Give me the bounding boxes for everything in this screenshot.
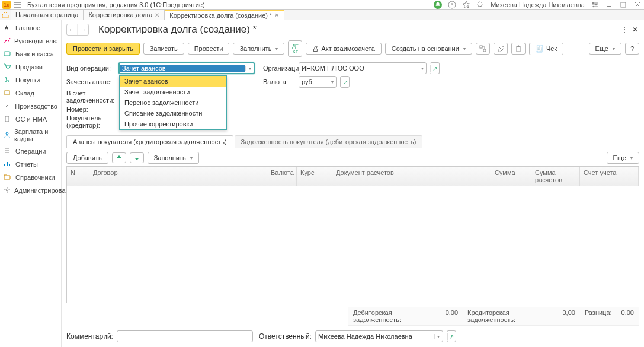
bell-icon[interactable] (434, 1, 442, 9)
structure-icon[interactable] (476, 43, 490, 55)
page-title: Корректировка долга (создание) * (98, 24, 257, 36)
subtab-debt[interactable]: Задолженность покупателя (дебиторская за… (235, 135, 423, 148)
tab-debt-correction-new[interactable]: Корректировка долга (создание) *✕ (165, 10, 284, 20)
col-n[interactable]: N (67, 167, 89, 186)
current-user[interactable]: Михеева Надежда Николаевна (491, 1, 585, 8)
diff-value: 0,00 (617, 309, 639, 323)
comment-input[interactable] (117, 330, 253, 342)
debt-label: В счет задолженности: (66, 90, 115, 104)
svg-rect-15 (483, 49, 486, 52)
sidebar-refs[interactable]: Справочники (0, 171, 61, 184)
table-body[interactable] (67, 186, 639, 303)
col-account[interactable]: Счет учета (580, 167, 639, 186)
list-icon (4, 147, 12, 155)
sidebar-sales[interactable]: Продажи (0, 61, 61, 74)
sidebar-prod[interactable]: Производство (0, 100, 61, 113)
svg-point-12 (6, 132, 8, 135)
sidebar-os[interactable]: ОС и НМА (0, 113, 61, 126)
chevron-down-icon[interactable]: ▾ (418, 66, 426, 71)
receipt-icon: 🧾 (536, 45, 544, 53)
nav-back-icon[interactable]: ← (67, 24, 78, 35)
col-currency[interactable]: Валюта (267, 167, 297, 186)
currency-label: Валюта: (263, 78, 295, 85)
sub-tabs: Авансы покупателя (кредиторская задолжен… (66, 135, 639, 148)
act-button[interactable]: 🖨Акт взаимозачета (306, 43, 381, 55)
resp-open-button[interactable]: ↗ (447, 330, 456, 342)
move-down-icon[interactable] (130, 152, 144, 163)
cred-label: Кредиторская задолженность: (463, 309, 558, 323)
sidebar-stock[interactable]: Склад (0, 87, 61, 100)
sidebar-ops[interactable]: Операции (0, 145, 61, 158)
open-icon: ↗ (341, 79, 349, 85)
op-option-writeoff[interactable]: Списание задолженности (120, 108, 226, 119)
print-icon: 🖨 (312, 45, 319, 52)
delete-icon[interactable] (511, 43, 526, 55)
settings-icon[interactable] (591, 1, 599, 9)
table-fill-button[interactable]: Заполнить (148, 152, 199, 164)
currency-select[interactable]: руб.▾ (299, 76, 337, 88)
home-icon[interactable] (0, 10, 11, 20)
help-icon[interactable]: ? (625, 43, 639, 55)
sidebar-leader[interactable]: Руководителю (0, 34, 61, 47)
chevron-down-icon[interactable]: ▾ (245, 66, 254, 71)
sidebar-reports[interactable]: Отчеты (0, 158, 61, 171)
close-icon[interactable] (633, 1, 642, 9)
sidebar-bank[interactable]: Банк и касса (0, 47, 61, 61)
kebab-icon[interactable]: ⋮ (620, 26, 629, 34)
bars-icon (4, 160, 12, 168)
people-icon (4, 131, 11, 139)
op-option-advance[interactable]: Зачет авансов (120, 76, 226, 87)
col-rate[interactable]: Курс (297, 167, 332, 186)
history-icon[interactable] (448, 1, 456, 9)
table-more-button[interactable]: Еще (607, 152, 639, 164)
op-option-debt[interactable]: Зачет задолженности (120, 87, 226, 97)
menu-icon[interactable] (13, 1, 21, 9)
sidebar-buy[interactable]: Покупки (0, 74, 61, 87)
tab-debt-correction[interactable]: Корректировка долга✕ (84, 10, 165, 20)
add-row-button[interactable]: Добавить (66, 152, 108, 164)
close-panel-icon[interactable]: ✕ (631, 26, 639, 34)
create-based-button[interactable]: Создать на основании (385, 43, 472, 55)
tab-close-icon[interactable]: ✕ (155, 12, 159, 18)
nav-forward-icon[interactable]: → (78, 24, 88, 35)
sidebar-admin[interactable]: Администрирование (0, 184, 61, 197)
currency-open-button[interactable]: ↗ (340, 76, 350, 88)
search-icon[interactable] (476, 1, 485, 9)
org-open-button[interactable]: ↗ (430, 62, 440, 74)
post-button[interactable]: Провести (188, 43, 230, 55)
sidebar-salary[interactable]: Зарплата и кадры (0, 126, 61, 145)
op-type-select[interactable]: Зачет авансов ▾ Зачет авансов Зачет задо… (118, 62, 255, 74)
col-sum[interactable]: Сумма (491, 167, 531, 186)
col-contract[interactable]: Договор (89, 167, 267, 186)
svg-rect-11 (5, 116, 9, 122)
post-and-close-button[interactable]: Провести и закрыть (66, 43, 140, 55)
tab-home[interactable]: Начальная страница (11, 10, 84, 20)
op-option-other[interactable]: Прочие корректировки (120, 119, 226, 129)
resp-select[interactable]: Михеева Надежда Николаевна▾ (315, 330, 443, 342)
attach-icon[interactable] (494, 43, 508, 55)
fill-button[interactable]: Заполнить (233, 43, 284, 55)
dtkt-button[interactable]: ДтКт (288, 40, 302, 57)
col-doc[interactable]: Документ расчетов (332, 167, 491, 186)
sidebar-main[interactable]: ★Главное (0, 21, 61, 34)
cred-value: 0,00 (558, 309, 579, 323)
tab-close-icon[interactable]: ✕ (274, 12, 279, 18)
more-button[interactable]: Еще (589, 43, 621, 55)
org-select[interactable]: ИНКОМ ПЛЮС ООО ▾ (299, 62, 427, 74)
gear-icon (4, 186, 11, 195)
minimize-icon[interactable] (605, 1, 613, 9)
box-icon (4, 89, 12, 97)
subtab-advances[interactable]: Авансы покупателя (кредиторская задолжен… (66, 135, 233, 148)
building-icon (4, 115, 12, 123)
cheque-button[interactable]: 🧾Чек (529, 43, 563, 55)
document-tabs: Начальная страница Корректировка долга✕ … (0, 10, 644, 20)
op-option-transfer[interactable]: Перенос задолженности (120, 97, 226, 108)
nav-back-forward: ← → (66, 24, 89, 36)
restore-icon[interactable] (619, 1, 627, 9)
chevron-down-icon[interactable]: ▾ (434, 334, 443, 339)
save-button[interactable]: Записать (143, 43, 184, 55)
move-up-icon[interactable] (112, 152, 126, 163)
star-icon[interactable] (462, 1, 470, 9)
col-sum-calc[interactable]: Сумма расчетов (531, 167, 580, 186)
chevron-down-icon[interactable]: ▾ (328, 79, 336, 85)
